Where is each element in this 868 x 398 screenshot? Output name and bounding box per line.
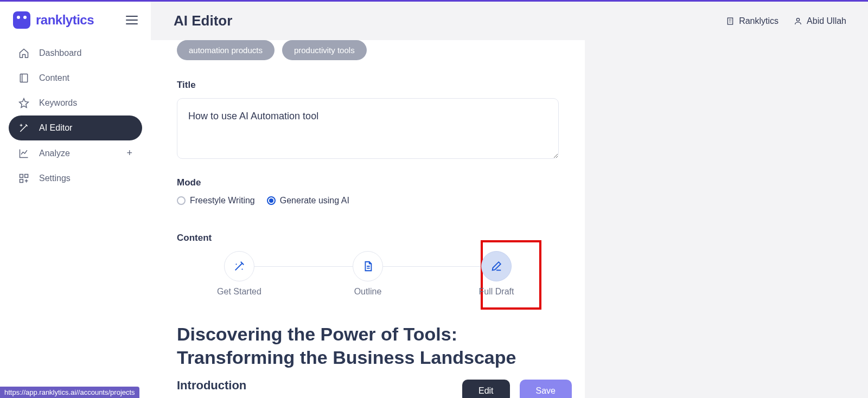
svg-rect-2: [25, 175, 28, 178]
svg-rect-0: [20, 74, 27, 82]
workspace-selector[interactable]: Ranklytics: [726, 16, 778, 26]
status-bar-url: https://app.ranklytics.ai//accounts/proj…: [0, 387, 139, 398]
title-label: Title: [177, 80, 559, 91]
brand-icon: [13, 11, 30, 29]
mode-radio-freestyle[interactable]: Freestyle Writing: [177, 196, 255, 206]
sidebar-item-label: AI Editor: [39, 123, 72, 133]
mode-label: Mode: [177, 177, 559, 188]
plus-icon[interactable]: +: [126, 147, 132, 159]
user-menu[interactable]: Abid Ullah: [794, 16, 846, 26]
edit-icon: [490, 260, 502, 272]
sidebar-item-content[interactable]: Content: [9, 66, 142, 91]
save-button[interactable]: Save: [520, 380, 572, 398]
editor-card: automation products productivity tools T…: [151, 40, 585, 398]
keyword-tag[interactable]: productivity tools: [282, 40, 367, 60]
mode-radio-ai[interactable]: Generate using AI: [267, 196, 349, 206]
step-label: Outline: [354, 287, 382, 297]
sidebar-item-dashboard[interactable]: Dashboard: [9, 41, 142, 66]
radio-label: Generate using AI: [280, 196, 349, 206]
home-icon: [18, 48, 29, 59]
grid-icon: [18, 173, 29, 184]
content-icon: [18, 73, 29, 84]
star-icon: [18, 98, 29, 108]
step-full-draft[interactable]: Full Draft: [461, 251, 532, 297]
article-heading: Discovering the Power of Tools: Transfor…: [177, 323, 559, 369]
step-get-started[interactable]: Get Started: [204, 251, 275, 297]
sidebar-item-label: Settings: [39, 174, 71, 183]
wand-icon: [18, 123, 29, 133]
content-label: Content: [177, 233, 559, 243]
document-icon: [362, 260, 374, 272]
sidebar-item-label: Dashboard: [39, 48, 81, 58]
sidebar: ranklytics Dashboard Content: [0, 2, 151, 398]
keyword-tag[interactable]: automation products: [177, 40, 275, 60]
svg-rect-1: [20, 175, 23, 178]
svg-point-5: [796, 18, 799, 21]
sidebar-item-ai-editor[interactable]: AI Editor: [9, 115, 142, 140]
radio-label: Freestyle Writing: [190, 196, 255, 206]
radio-icon: [177, 196, 186, 205]
sidebar-item-analyze[interactable]: Analyze +: [9, 140, 142, 166]
sidebar-item-label: Content: [39, 73, 69, 83]
sidebar-item-label: Keywords: [39, 98, 77, 108]
brand-logo[interactable]: ranklytics: [13, 11, 94, 29]
radio-icon: [267, 196, 276, 205]
user-name: Abid Ullah: [807, 16, 846, 26]
content-stepper: Get Started Outline Full Draft: [177, 251, 559, 297]
svg-rect-3: [20, 179, 23, 183]
header: AI Editor Ranklytics Abid Ullah: [151, 2, 868, 40]
building-icon: [726, 17, 735, 25]
step-outline[interactable]: Outline: [333, 251, 403, 297]
page-title: AI Editor: [174, 12, 232, 29]
svg-rect-4: [727, 18, 732, 24]
user-icon: [794, 17, 802, 25]
chart-icon: [18, 148, 29, 159]
sidebar-toggle[interactable]: [126, 16, 138, 24]
edit-button[interactable]: Edit: [462, 380, 510, 398]
sidebar-item-settings[interactable]: Settings: [9, 166, 142, 191]
workspace-name: Ranklytics: [739, 16, 778, 26]
sidebar-item-label: Analyze: [39, 149, 70, 158]
sidebar-item-keywords[interactable]: Keywords: [9, 91, 142, 115]
brand-name: ranklytics: [36, 12, 94, 28]
svg-point-7: [241, 268, 242, 269]
step-label: Full Draft: [479, 287, 514, 297]
svg-point-6: [235, 264, 237, 265]
title-input[interactable]: [177, 98, 559, 159]
step-label: Get Started: [217, 287, 261, 297]
wand-icon: [233, 260, 245, 272]
